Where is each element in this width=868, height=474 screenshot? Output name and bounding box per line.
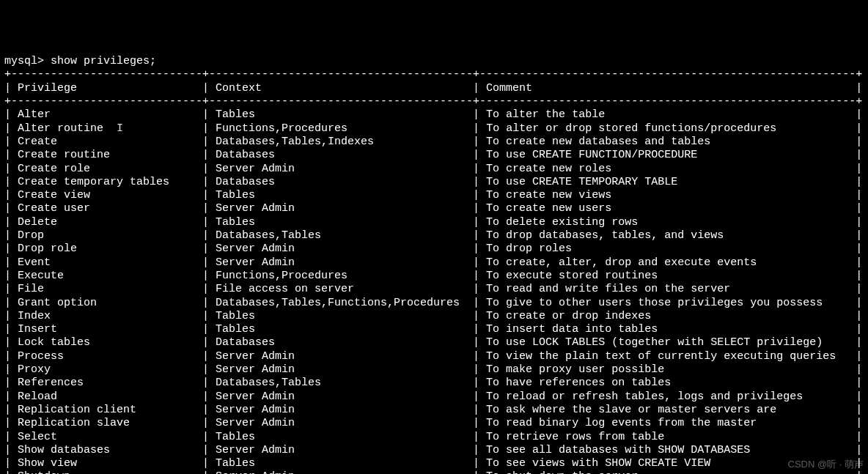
watermark: CSDN @听 · 萌声 <box>788 458 864 471</box>
terminal-output[interactable]: mysql> show privileges; +---------------… <box>4 55 864 474</box>
